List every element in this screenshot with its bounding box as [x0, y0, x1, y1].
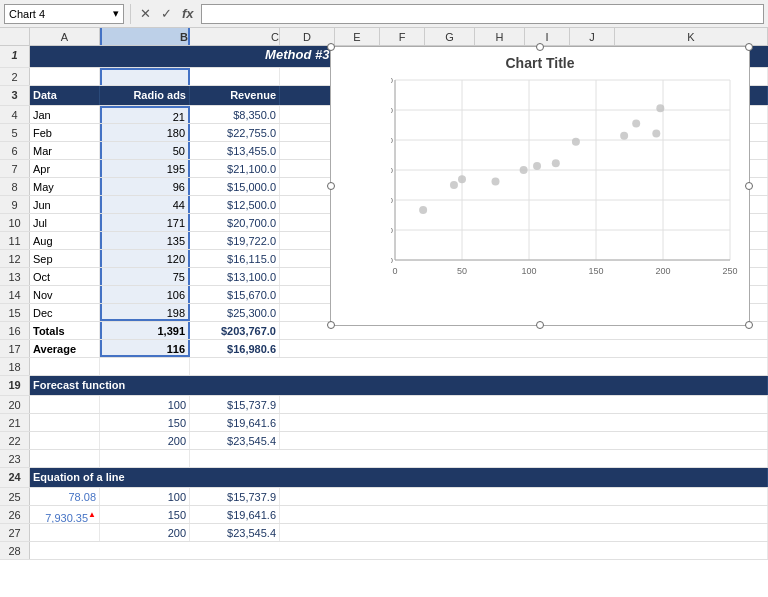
row-num-18: 18 [0, 358, 30, 375]
col-header-c[interactable]: C [190, 28, 280, 45]
cell-19c [380, 376, 470, 395]
cell-24c [380, 468, 470, 487]
svg-point-28 [419, 206, 427, 214]
col-header-i[interactable]: I [525, 28, 570, 45]
svg-text:150: 150 [588, 266, 603, 276]
col-header-b[interactable]: B [100, 28, 190, 45]
cell-28rest [30, 542, 768, 559]
cell-24b [290, 468, 380, 487]
forecast-rows: 20 100 $15,737.9 21 150 $19,641.6 22 200… [0, 396, 768, 450]
chart-name-text: Chart 4 [9, 8, 45, 20]
cell-21rest [280, 414, 768, 431]
cell-20c: $15,737.9 [190, 396, 280, 413]
row-24: 24 Equation of a line [0, 468, 768, 488]
handle-br[interactable] [745, 321, 753, 329]
cell-21b: 150 [100, 414, 190, 431]
formula-input[interactable] [201, 4, 764, 24]
handle-tr[interactable] [745, 43, 753, 51]
dropdown-icon[interactable]: ▾ [113, 7, 119, 20]
red-mark: ▲ [88, 510, 96, 519]
cell-5a: Feb [30, 124, 100, 141]
cell-21a [30, 414, 100, 431]
cell-25c: $15,737.9 [190, 488, 280, 505]
col-header-a[interactable]: A [30, 28, 100, 45]
formula-icon[interactable]: fx [179, 6, 197, 21]
svg-point-34 [620, 132, 628, 140]
cell-27rest [280, 524, 768, 541]
col-header-g[interactable]: G [425, 28, 475, 45]
row-num-3: 3 [0, 86, 30, 105]
cell-8b: 96 [100, 178, 190, 195]
svg-text:250: 250 [722, 266, 737, 276]
cell-23rest [190, 450, 768, 467]
col-header-f[interactable]: F [380, 28, 425, 45]
col-header-d[interactable]: D [280, 28, 335, 45]
cell-17c: $16,980.6 [190, 340, 280, 357]
row-18: 18 [0, 358, 768, 376]
row-num-6: 6 [0, 142, 30, 159]
cell-1a [30, 46, 100, 67]
handle-bm[interactable] [536, 321, 544, 329]
cell-6b: 50 [100, 142, 190, 159]
handle-bl[interactable] [327, 321, 335, 329]
column-headers: A B C D E F G H I J K [0, 28, 768, 46]
col-header-e[interactable]: E [335, 28, 380, 45]
svg-point-33 [450, 181, 458, 189]
svg-text:$25,000.0: $25,000.0 [391, 106, 394, 115]
top-bar: Chart 4 ▾ ✕ ✓ fx [0, 0, 768, 28]
row-23: 23 [0, 450, 768, 468]
col-header-k[interactable]: K [615, 28, 768, 45]
cell-27b: 200 [100, 524, 190, 541]
cell-9b: 44 [100, 196, 190, 213]
row-27: 27 200 $23,545.4 [0, 524, 768, 542]
row-19: 19 Forecast function [0, 376, 768, 396]
cell-19b [290, 376, 380, 395]
cell-17rest [280, 340, 768, 357]
handle-ml[interactable] [327, 182, 335, 190]
row-num-19: 19 [0, 376, 30, 395]
svg-text:0: 0 [392, 266, 397, 276]
cell-15a: Dec [30, 304, 100, 321]
cell-7c: $21,100.0 [190, 160, 280, 177]
cell-15b: 198 [100, 304, 190, 321]
check-icon[interactable]: ✓ [158, 6, 175, 21]
cell-10b: 171 [100, 214, 190, 231]
cell-9a: Jun [30, 196, 100, 213]
row-21: 21 150 $19,641.6 [0, 414, 768, 432]
cell-22a [30, 432, 100, 449]
separator-1 [130, 4, 131, 24]
chart-area[interactable]: Chart Title 050100150200250$0.0$5,000.0$… [330, 46, 750, 326]
handle-mr[interactable] [745, 182, 753, 190]
col-header-j[interactable]: J [570, 28, 615, 45]
cell-24rest [470, 468, 768, 487]
close-icon[interactable]: ✕ [137, 6, 154, 21]
svg-point-37 [492, 177, 500, 185]
row-num-21: 21 [0, 414, 30, 431]
cell-13a: Oct [30, 268, 100, 285]
row-num-14: 14 [0, 286, 30, 303]
svg-point-36 [552, 159, 560, 167]
handle-tm[interactable] [536, 43, 544, 51]
row-num-26: 26 [0, 506, 30, 523]
col-header-h[interactable]: H [475, 28, 525, 45]
cell-16c: $203,767.0 [190, 322, 280, 339]
chart-name-box[interactable]: Chart 4 ▾ [4, 4, 124, 24]
cell-12b: 120 [100, 250, 190, 267]
row-num-12: 12 [0, 250, 30, 267]
svg-text:$10,000.0: $10,000.0 [391, 196, 394, 205]
row-num-9: 9 [0, 196, 30, 213]
cell-12a: Sep [30, 250, 100, 267]
cell-16b: 1,391 [100, 322, 190, 339]
cell-17b: 116 [100, 340, 190, 357]
cell-2c [190, 68, 280, 85]
cell-24a: Equation of a line [30, 468, 290, 487]
svg-text:$5,000.0: $5,000.0 [391, 226, 394, 235]
handle-tl[interactable] [327, 43, 335, 51]
cell-3a: Data [30, 86, 100, 105]
cell-25b: 100 [100, 488, 190, 505]
cell-4a: Jan [30, 106, 100, 123]
row-num-17: 17 [0, 340, 30, 357]
cell-15c: $25,300.0 [190, 304, 280, 321]
cell-23b [100, 450, 190, 467]
row-22: 22 200 $23,545.4 [0, 432, 768, 450]
